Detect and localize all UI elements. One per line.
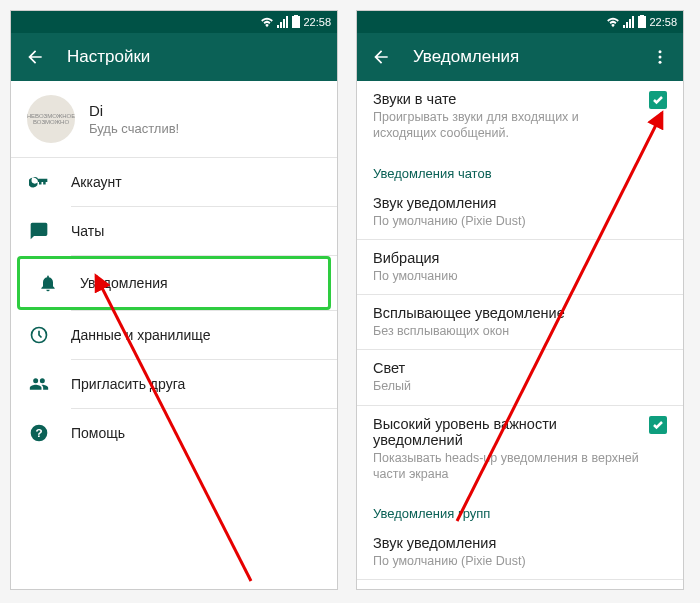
statusbar: 22:58: [357, 11, 683, 33]
phone-right-notifications: 22:58 Уведомления Звуки в чате Проигрыва…: [356, 10, 684, 590]
appbar: Настройки: [11, 33, 337, 81]
content-area: НЕВОЗМОЖНОЕ ВОЗМОЖНО Di Будь счастлив! А…: [11, 81, 337, 589]
setting-light[interactable]: Свет Белый: [357, 350, 683, 404]
menu-label: Данные и хранилище: [71, 327, 210, 343]
setting-chat-sounds[interactable]: Звуки в чате Проигрывать звуки для входя…: [357, 81, 683, 152]
setting-sub: Белый: [373, 378, 667, 394]
phone-left-settings: 22:58 Настройки НЕВОЗМОЖНОЕ ВОЗМОЖНО Di …: [10, 10, 338, 590]
more-icon[interactable]: [651, 48, 669, 66]
help-icon: ?: [29, 423, 49, 443]
svg-point-6: [659, 61, 662, 64]
section-header-chats: Уведомления чатов: [357, 152, 683, 185]
signal-icon: [623, 16, 635, 28]
section-header-groups: Уведомления групп: [357, 492, 683, 525]
setting-sub: Без всплывающих окон: [373, 323, 667, 339]
signal-icon: [277, 16, 289, 28]
checkbox-checked[interactable]: [649, 416, 667, 434]
setting-sub: По умолчанию (Pixie Dust): [373, 553, 667, 569]
data-icon: [29, 325, 49, 345]
profile-name: Di: [89, 102, 179, 119]
setting-title: Звуки в чате: [373, 91, 639, 107]
setting-sub: По умолчанию: [373, 268, 667, 284]
people-icon: [29, 374, 49, 394]
setting-vibration[interactable]: Вибрация По умолчанию: [357, 240, 683, 294]
setting-sub: Проигрывать звуки для входящих и исходящ…: [373, 109, 639, 142]
clock: 22:58: [649, 16, 677, 28]
appbar-title: Уведомления: [413, 47, 519, 67]
svg-text:?: ?: [35, 426, 42, 439]
menu-label: Помощь: [71, 425, 125, 441]
setting-notif-sound[interactable]: Звук уведомления По умолчанию (Pixie Dus…: [357, 185, 683, 239]
menu-notifications[interactable]: Уведомления: [20, 259, 328, 307]
menu-label: Аккаунт: [71, 174, 122, 190]
statusbar: 22:58: [11, 11, 337, 33]
setting-sub: По умолчанию (Pixie Dust): [373, 213, 667, 229]
profile-status: Будь счастлив!: [89, 121, 179, 136]
menu-label: Пригласить друга: [71, 376, 185, 392]
menu-data[interactable]: Данные и хранилище: [11, 311, 337, 359]
battery-icon: [292, 15, 300, 29]
profile-row[interactable]: НЕВОЗМОЖНОЕ ВОЗМОЖНО Di Будь счастлив!: [11, 81, 337, 157]
appbar-title: Настройки: [67, 47, 150, 67]
setting-sub: Показывать heads-up уведомления в верхне…: [373, 450, 639, 483]
menu-account[interactable]: Аккаунт: [11, 158, 337, 206]
setting-grp-vibration[interactable]: Вибрация По умолчанию: [357, 580, 683, 589]
bell-icon: [38, 273, 58, 293]
setting-popup[interactable]: Всплывающее уведомление Без всплывающих …: [357, 295, 683, 349]
menu-label: Уведомления: [80, 275, 168, 291]
setting-title: Вибрация: [373, 250, 667, 266]
setting-high-priority[interactable]: Высокий уровень важности уведомлений Пок…: [357, 406, 683, 493]
back-icon[interactable]: [371, 47, 391, 67]
battery-icon: [638, 15, 646, 29]
checkbox-checked[interactable]: [649, 91, 667, 109]
content-area: Звуки в чате Проигрывать звуки для входя…: [357, 81, 683, 589]
menu-invite[interactable]: Пригласить друга: [11, 360, 337, 408]
menu-label: Чаты: [71, 223, 104, 239]
setting-title: Звук уведомления: [373, 535, 667, 551]
svg-point-5: [659, 56, 662, 59]
key-icon: [29, 172, 49, 192]
setting-title: Звук уведомления: [373, 195, 667, 211]
svg-point-4: [659, 50, 662, 53]
clock: 22:58: [303, 16, 331, 28]
appbar: Уведомления: [357, 33, 683, 81]
chat-icon: [29, 221, 49, 241]
setting-title: Свет: [373, 360, 667, 376]
setting-grp-sound[interactable]: Звук уведомления По умолчанию (Pixie Dus…: [357, 525, 683, 579]
back-icon[interactable]: [25, 47, 45, 67]
wifi-icon: [606, 16, 620, 28]
avatar: НЕВОЗМОЖНОЕ ВОЗМОЖНО: [27, 95, 75, 143]
menu-help[interactable]: ? Помощь: [11, 409, 337, 457]
setting-title: Всплывающее уведомление: [373, 305, 667, 321]
menu-chats[interactable]: Чаты: [11, 207, 337, 255]
setting-title: Высокий уровень важности уведомлений: [373, 416, 639, 448]
highlight-notifications: Уведомления: [17, 256, 331, 310]
wifi-icon: [260, 16, 274, 28]
